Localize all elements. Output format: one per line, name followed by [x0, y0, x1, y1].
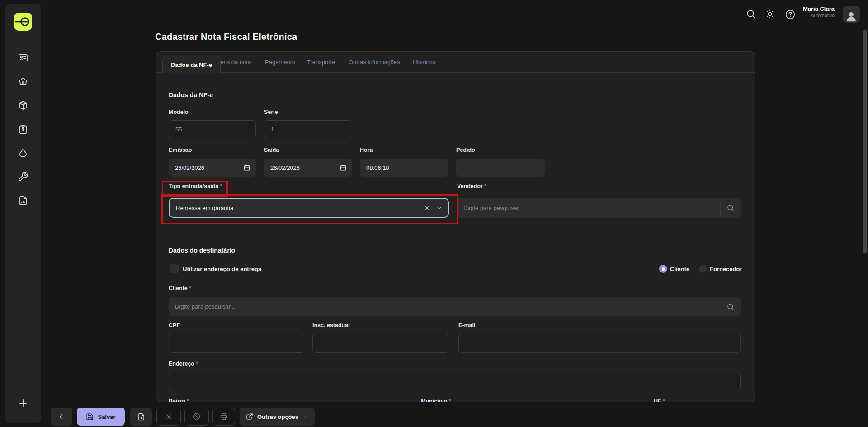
print-button[interactable] [212, 408, 235, 426]
search-icon[interactable] [720, 198, 741, 218]
printer-icon [220, 413, 228, 421]
tab-outras-informacoes[interactable]: Outras informações [349, 52, 400, 73]
sidebar-item-wrench-icon[interactable] [18, 171, 28, 182]
radio-fornecedor-label[interactable]: Fornecedor [710, 266, 742, 272]
user-role: Automotivo [803, 13, 835, 19]
email-label: E-mail [458, 322, 476, 328]
modelo-label: Modelo [169, 109, 189, 115]
emissao-date-field[interactable]: 26/02/2026 [169, 159, 256, 177]
chevron-down-icon [302, 414, 308, 420]
saida-date-field[interactable]: 26/02/2026 [264, 159, 352, 177]
pedido-label: Pedido [456, 147, 475, 153]
cliente-search-box [169, 297, 741, 316]
tab-pagamento[interactable]: Pagamento [265, 52, 295, 73]
close-icon [165, 413, 173, 421]
person-icon [844, 9, 858, 23]
tab-dados-da-nfe[interactable]: Dados da NF-e [162, 56, 221, 73]
endereco-field[interactable] [169, 372, 741, 391]
external-link-icon [246, 413, 253, 420]
chevron-left-icon [57, 413, 66, 421]
sidebar-item-id-card-icon[interactable] [18, 52, 28, 63]
save-button-label: Salvar [98, 413, 115, 420]
clear-icon[interactable] [425, 206, 429, 211]
search-icon[interactable] [745, 9, 756, 19]
user-info[interactable]: Maria Clara Automotivo [803, 5, 835, 19]
save-button[interactable]: Salvar [77, 408, 125, 426]
endereco-label: Endereço* [169, 361, 198, 367]
sidebar-item-invoice-icon[interactable] [18, 124, 28, 135]
hora-field[interactable] [360, 159, 448, 177]
back-button[interactable] [51, 408, 72, 426]
vertical-scrollbar[interactable] [863, 30, 867, 253]
cancel-button[interactable] [156, 408, 181, 426]
sidebar-item-report-icon[interactable] [18, 195, 28, 206]
bairro-label: Bairro* [169, 398, 189, 402]
cliente-search-input[interactable] [169, 297, 721, 316]
search-icon[interactable] [721, 297, 741, 316]
floppy-disk-icon [86, 413, 94, 421]
section-heading-destinatario: Dados do destinatário [169, 247, 235, 254]
file-arrow-icon [137, 413, 146, 421]
sidebar-add-button[interactable] [18, 398, 28, 408]
tab-historico[interactable]: Histórico [413, 52, 436, 73]
block-button[interactable] [184, 408, 209, 426]
sidebar-item-package-icon[interactable] [18, 100, 28, 111]
radio-cliente-label[interactable]: Cliente [670, 266, 689, 272]
radio-fornecedor[interactable] [699, 265, 707, 273]
radio-cliente[interactable] [659, 265, 667, 273]
insc-estadual-label: Insc. estadual [312, 322, 350, 328]
cpf-label: CPF [169, 322, 180, 328]
uf-label: UF* [654, 398, 665, 402]
tab-transporte[interactable]: Transporte [307, 52, 335, 73]
app-logo[interactable] [14, 13, 32, 31]
user-name: Maria Clara [803, 5, 835, 13]
new-document-button[interactable] [130, 408, 152, 426]
cpf-field[interactable] [169, 334, 304, 353]
emissao-label: Emissão [169, 147, 192, 153]
utilizar-endereco-checkbox[interactable] [170, 264, 179, 273]
tipo-entrada-saida-label: Tipo entrada/saída* [169, 183, 222, 189]
municipio-label: Município* [421, 398, 451, 402]
help-icon[interactable] [785, 9, 796, 20]
page-title: Cadastrar Nota Fiscal Eletrônica [155, 32, 297, 42]
vendedor-label: Vendedor* [457, 183, 486, 189]
vendedor-search-box [457, 198, 741, 218]
email-field[interactable] [458, 334, 741, 353]
calendar-icon[interactable] [340, 164, 347, 171]
tipo-entrada-saida-select[interactable]: Remessa em garantia [169, 198, 449, 218]
serie-field[interactable] [264, 120, 352, 138]
other-options-label: Outras opções [257, 413, 298, 420]
tab-bar: Itens da nota Pagamento Transporte Outra… [156, 52, 755, 73]
section-heading-nfe: Dados da NF-e [169, 91, 213, 99]
sidebar-item-money-bag-icon[interactable] [18, 148, 28, 159]
form-card: Itens da nota Pagamento Transporte Outra… [156, 51, 755, 402]
app-window: Maria Clara Automotivo Cadastrar Nota Fi… [0, 0, 868, 427]
ban-icon [193, 413, 201, 421]
sidebar-item-basket-icon[interactable] [18, 76, 28, 87]
avatar[interactable] [843, 6, 860, 23]
serie-label: Série [264, 109, 278, 115]
other-options-button[interactable]: Outras opções [240, 408, 315, 426]
tab-itens-da-nota[interactable]: Itens da nota [217, 52, 251, 73]
theme-brightness-icon[interactable] [764, 9, 775, 19]
saida-label: Saída [264, 147, 279, 153]
sidebar [5, 4, 41, 423]
logo-e-icon [14, 13, 32, 31]
utilizar-endereco-label[interactable]: Utilizar endereço de entrega [183, 266, 261, 272]
calendar-icon[interactable] [243, 164, 250, 171]
insc-estadual-field[interactable] [312, 334, 449, 353]
vendedor-search-input[interactable] [457, 198, 720, 218]
chevron-down-icon[interactable] [436, 205, 443, 211]
modelo-field[interactable] [169, 120, 256, 138]
pedido-field[interactable] [456, 159, 545, 177]
hora-label: Hora [360, 147, 373, 153]
cliente-label: Cliente* [169, 285, 191, 291]
